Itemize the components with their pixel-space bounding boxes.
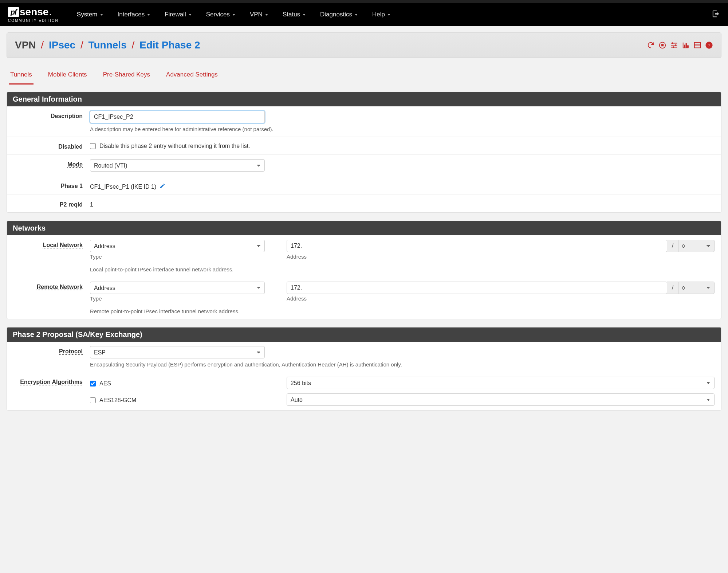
row-reqid: P2 reqid 1	[7, 195, 721, 212]
row-phase1: Phase 1 CF1_IPsec_P1 (IKE ID 1)	[7, 176, 721, 195]
panel-title: Networks	[7, 221, 721, 235]
svg-rect-6	[686, 43, 687, 47]
local-type-select[interactable]: Address	[90, 240, 265, 252]
breadcrumb-root: VPN	[15, 39, 36, 51]
remote-address-input[interactable]	[287, 282, 667, 294]
caret-down-icon	[189, 14, 192, 16]
nav-label: Firewall	[165, 11, 186, 18]
svg-rect-8	[694, 43, 701, 48]
label-description: Description	[13, 111, 83, 119]
alg-aes-label[interactable]: AES	[90, 379, 265, 387]
panel-title: Phase 2 Proposal (SA/Key Exchange)	[7, 327, 721, 342]
svg-point-2	[672, 43, 673, 44]
nav-label: Diagnostics	[320, 11, 352, 18]
breadcrumb-sep: /	[78, 39, 86, 51]
label-reqid: P2 reqid	[13, 199, 83, 208]
tab-pre-shared-keys[interactable]: Pre-Shared Keys	[102, 67, 151, 85]
protocol-select[interactable]: ESP	[90, 346, 265, 358]
nav-help[interactable]: Help	[365, 3, 398, 26]
nav-items: System Interfaces Firewall Services VPN …	[70, 3, 712, 26]
alg-aes128gcm-bits-select[interactable]: Auto	[287, 393, 715, 406]
row-description: Description A description may be entered…	[7, 106, 721, 137]
svg-point-4	[673, 47, 674, 48]
local-help: Local point-to-point IPsec interface tun…	[90, 266, 715, 272]
svg-rect-7	[688, 46, 689, 48]
nav-label: Help	[372, 11, 385, 18]
nav-label: Services	[206, 11, 230, 18]
disabled-text: Disable this phase 2 entry without remov…	[99, 143, 250, 149]
panel-proposal: Phase 2 Proposal (SA/Key Exchange) Proto…	[7, 327, 721, 411]
label-mode: Mode	[13, 159, 83, 168]
local-type-sub: Type	[90, 254, 265, 260]
breadcrumb-ipsec[interactable]: IPsec	[49, 39, 75, 51]
label-phase1: Phase 1	[13, 181, 83, 189]
nav-label: Status	[283, 11, 300, 18]
tab-advanced-settings[interactable]: Advanced Settings	[165, 67, 219, 85]
phase1-value: CF1_IPsec_P1 (IKE ID 1)	[90, 184, 156, 190]
nav-firewall[interactable]: Firewall	[157, 3, 199, 26]
nav-vpn[interactable]: VPN	[243, 3, 275, 26]
status-running-icon[interactable]	[658, 41, 666, 49]
reqid-value: 1	[90, 201, 93, 208]
nav-label: Interfaces	[118, 11, 145, 18]
edit-phase1-icon[interactable]	[160, 184, 165, 190]
remote-type-select[interactable]: Address	[90, 282, 265, 294]
caret-down-icon	[387, 14, 390, 16]
label-spacer	[13, 393, 83, 396]
help-icon[interactable]: ?	[705, 41, 713, 49]
logout-button[interactable]	[712, 10, 720, 20]
sliders-icon[interactable]	[670, 41, 678, 49]
panel-networks: Networks Local Network Address Type	[7, 221, 721, 319]
caret-down-icon	[265, 14, 268, 16]
local-mask-select[interactable]: 0	[678, 240, 715, 252]
nav-status[interactable]: Status	[275, 3, 313, 26]
description-help: A description may be entered here for ad…	[90, 126, 715, 132]
row-protocol: Protocol ESP Encapsulating Security Payl…	[7, 342, 721, 372]
description-input[interactable]	[90, 111, 265, 123]
brand[interactable]: pfsense. COMMUNITY EDITION	[8, 7, 59, 23]
refresh-icon[interactable]	[647, 41, 655, 49]
slash-divider: /	[667, 240, 678, 252]
alg-aes-checkbox[interactable]	[90, 381, 96, 386]
disabled-checkbox[interactable]	[90, 143, 96, 149]
row-local-network: Local Network Address Type / 0	[7, 235, 721, 277]
remote-addr-sub: Address	[287, 295, 715, 302]
navbar: pfsense. COMMUNITY EDITION System Interf…	[0, 3, 728, 26]
protocol-help: Encapsulating Security Payload (ESP) per…	[90, 361, 715, 368]
alg-aes128gcm-checkbox[interactable]	[90, 397, 96, 403]
label-encryption: Encryption Algorithms	[13, 377, 83, 385]
page-header: VPN / IPsec / Tunnels / Edit Phase 2 ?	[7, 32, 721, 58]
local-address-input[interactable]	[287, 240, 667, 252]
nav-diagnostics[interactable]: Diagnostics	[313, 3, 365, 26]
nav-system[interactable]: System	[70, 3, 110, 26]
nav-services[interactable]: Services	[199, 3, 243, 26]
tab-tunnels[interactable]: Tunnels	[9, 67, 34, 85]
nav-interfaces[interactable]: Interfaces	[110, 3, 158, 26]
row-mode: Mode Routed (VTI)	[7, 155, 721, 176]
caret-down-icon	[100, 14, 103, 16]
tab-mobile-clients[interactable]: Mobile Clients	[47, 67, 88, 85]
svg-rect-1	[661, 44, 664, 46]
nav-label: VPN	[250, 11, 263, 18]
mode-select[interactable]: Routed (VTI)	[90, 159, 265, 172]
remote-mask-select[interactable]: 0	[678, 282, 715, 294]
slash-divider: /	[667, 282, 678, 294]
panel-general: General Information Description A descri…	[7, 92, 721, 213]
alg-aes-bits-select[interactable]: 256 bits	[287, 377, 715, 389]
label-local-network: Local Network	[13, 240, 83, 248]
nav-label: System	[77, 11, 98, 18]
alg-name: AES	[99, 380, 111, 387]
label-protocol: Protocol	[13, 346, 83, 355]
tabs: Tunnels Mobile Clients Pre-Shared Keys A…	[7, 67, 721, 85]
window-chrome	[0, 0, 728, 3]
local-addr-sub: Address	[287, 254, 715, 260]
label-disabled: Disabled	[13, 141, 83, 150]
brand-logo: pfsense.	[8, 7, 59, 18]
row-disabled: Disabled Disable this phase 2 entry with…	[7, 137, 721, 155]
breadcrumb-tunnels[interactable]: Tunnels	[88, 39, 126, 51]
logout-icon	[712, 11, 720, 19]
list-icon[interactable]	[693, 41, 701, 49]
alg-aes128gcm-label[interactable]: AES128-GCM	[90, 396, 265, 404]
chart-icon[interactable]	[682, 41, 690, 49]
disabled-checkbox-label[interactable]: Disable this phase 2 entry without remov…	[90, 141, 715, 149]
